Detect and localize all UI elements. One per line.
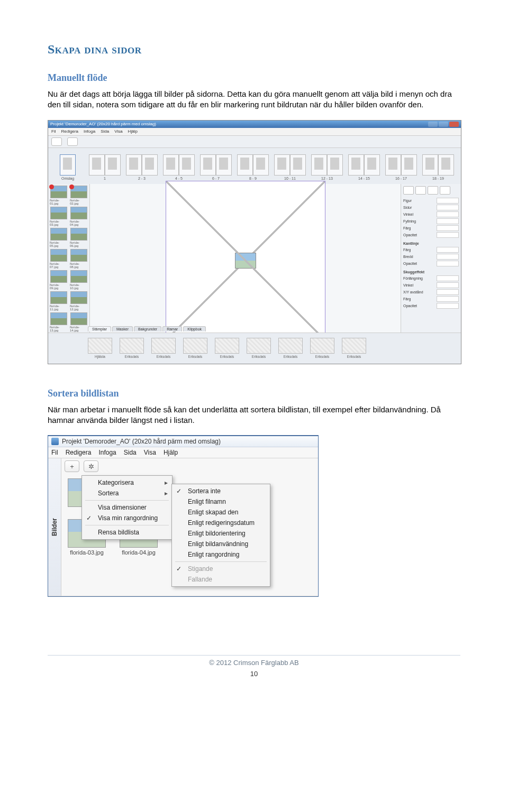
close-icon[interactable] bbox=[449, 122, 459, 127]
image-thumb[interactable]: florida-02.jpg bbox=[70, 186, 88, 205]
panel-tab-icons[interactable] bbox=[403, 186, 459, 195]
menu-rensa-bildlista[interactable]: Rensa bildlista bbox=[82, 527, 172, 538]
menu-visa-rangordning[interactable]: Visa min rangordning bbox=[82, 513, 172, 523]
menu-sida[interactable]: Sida bbox=[101, 129, 109, 134]
image-thumb[interactable]: florida-05.jpg bbox=[50, 228, 68, 247]
property-row[interactable]: Vinkel bbox=[403, 282, 459, 289]
asset-thumb[interactable]: Eriksdals bbox=[120, 338, 144, 358]
asset-thumb[interactable]: Eriksdals bbox=[247, 338, 271, 358]
menu-visa-dimensioner[interactable]: Visa dimensioner bbox=[82, 502, 172, 513]
dragged-thumbnail[interactable] bbox=[235, 253, 256, 269]
property-row[interactable]: Färg bbox=[403, 296, 459, 302]
menu-sida[interactable]: Sida bbox=[124, 449, 137, 456]
image-thumb[interactable]: florida-08.jpg bbox=[70, 249, 88, 269]
panel-tab-2-icon[interactable] bbox=[415, 186, 426, 195]
property-row[interactable]: Färg bbox=[403, 246, 459, 253]
spread-thumb[interactable]: 1 bbox=[88, 154, 121, 180]
bottom-tabstrip[interactable]: StämplarMaskerBakgrunderRamarKlippbok bbox=[88, 326, 206, 331]
property-row[interactable]: Färg bbox=[403, 225, 459, 232]
image-thumb[interactable]: florida-07.jpg bbox=[50, 249, 68, 269]
window-buttons[interactable] bbox=[428, 122, 459, 127]
bottom-tab[interactable]: Bakgrunder bbox=[134, 326, 161, 331]
menu-infoga[interactable]: Infoga bbox=[84, 129, 95, 134]
spread-thumb[interactable]: 12 - 13 bbox=[311, 154, 343, 180]
panel-tab-1-icon[interactable] bbox=[403, 186, 414, 195]
bottom-tab[interactable]: Klippbok bbox=[183, 326, 206, 331]
sort-orientation[interactable]: Enligt bildorientering bbox=[172, 528, 270, 539]
menubar[interactable]: Fil Redigera Infoga Sida Visa Hjälp bbox=[48, 128, 461, 136]
property-row[interactable]: Bredd bbox=[403, 253, 459, 260]
panel-tab-4-icon[interactable] bbox=[440, 186, 450, 195]
menu-fil[interactable]: Fil bbox=[51, 449, 58, 456]
spread-thumb[interactable]: 18 - 19 bbox=[422, 154, 455, 180]
property-row[interactable]: Figur bbox=[403, 197, 459, 204]
menu-redigera[interactable]: Redigera bbox=[66, 449, 92, 456]
spread-thumb[interactable]: 2 - 3 bbox=[125, 154, 158, 180]
image-thumb[interactable]: florida-13.jpg bbox=[50, 312, 68, 332]
image-thumb[interactable]: florida-04.jpg bbox=[70, 207, 88, 226]
asset-thumb[interactable]: Eriksdals bbox=[215, 338, 239, 358]
property-row[interactable]: X/Y avstånd bbox=[403, 289, 459, 296]
sort-none[interactable]: Sortera inte bbox=[172, 486, 270, 496]
asset-thumb[interactable]: Eriksdals bbox=[310, 338, 334, 358]
property-row[interactable]: Opacitet bbox=[403, 302, 459, 309]
sort-usage[interactable]: Enligt bildanvändning bbox=[172, 539, 270, 549]
spread-thumb[interactable]: 4 - 5 bbox=[162, 154, 195, 180]
sort-created[interactable]: Enligt skapad den bbox=[172, 507, 270, 518]
asset-thumb[interactable]: Eriksdals bbox=[183, 338, 207, 358]
minimize-icon[interactable] bbox=[428, 122, 438, 127]
gear-button[interactable] bbox=[67, 137, 78, 146]
spread-thumb[interactable]: 16 - 17 bbox=[385, 154, 418, 180]
asset-thumb[interactable]: Eriksdals bbox=[278, 338, 303, 358]
bottom-tab[interactable]: Stämplar bbox=[88, 326, 111, 331]
add-button[interactable]: + bbox=[65, 460, 79, 472]
image-thumb[interactable]: florida-10.jpg bbox=[70, 270, 88, 290]
sort-ranking[interactable]: Enligt rangordning bbox=[172, 549, 270, 560]
image-thumb[interactable]: florida-14.jpg bbox=[70, 312, 88, 332]
bilder-panel-label[interactable]: Bilder bbox=[48, 458, 61, 596]
maximize-icon[interactable] bbox=[439, 122, 448, 127]
asset-thumb[interactable]: Eriksdals bbox=[151, 338, 176, 358]
menu-kategorisera[interactable]: Kategorisera bbox=[82, 477, 172, 488]
menu-sortera[interactable]: Sortera bbox=[82, 488, 172, 499]
menu-redigera[interactable]: Redigera bbox=[61, 129, 78, 134]
property-row[interactable]: Sidor bbox=[403, 204, 459, 211]
bottom-tab[interactable]: Masker bbox=[112, 326, 133, 331]
gear-button[interactable]: ✲ bbox=[84, 460, 98, 472]
asset-thumb[interactable]: Eriksdals bbox=[342, 338, 366, 358]
menubar[interactable]: Fil Redigera Infoga Sida Visa Hjälp bbox=[48, 447, 318, 458]
sort-filename[interactable]: Enligt filnamn bbox=[172, 496, 270, 507]
menu-visa[interactable]: Visa bbox=[144, 449, 156, 456]
sort-edited[interactable]: Enligt redigeringsdatum bbox=[172, 518, 270, 528]
property-row[interactable]: Opacitet bbox=[403, 232, 459, 238]
image-thumb[interactable]: florida-09.jpg bbox=[50, 270, 68, 290]
property-row[interactable]: Vinkel bbox=[403, 211, 459, 218]
image-thumb[interactable]: florida-06.jpg bbox=[70, 228, 88, 247]
image-thumb[interactable]: florida-01.jpg bbox=[50, 186, 68, 205]
image-thumb[interactable]: florida-12.jpg bbox=[70, 291, 88, 311]
panel-tab-3-icon[interactable] bbox=[428, 186, 438, 195]
image-thumb[interactable]: florida-11.jpg bbox=[50, 291, 68, 311]
spread-thumb[interactable]: Omslag bbox=[51, 154, 84, 180]
spread-thumb[interactable]: 8 - 9 bbox=[237, 154, 269, 180]
menu-infoga[interactable]: Infoga bbox=[98, 449, 116, 456]
bottom-tab[interactable]: Ramar bbox=[162, 326, 182, 331]
spread-thumb[interactable]: 6 - 7 bbox=[199, 154, 232, 180]
image-thumb[interactable]: florida-03.jpg bbox=[50, 207, 68, 226]
menu-hjalp[interactable]: Hjälp bbox=[128, 129, 138, 134]
spread-thumb[interactable]: 14 - 15 bbox=[348, 154, 380, 180]
bottom-assets-row[interactable]: StämplarMaskerBakgrunderRamarKlippbok Hj… bbox=[48, 333, 461, 364]
menu-hjalp[interactable]: Hjälp bbox=[164, 449, 178, 456]
left-thumb-column[interactable]: florida-01.jpgflorida-02.jpgflorida-03.j… bbox=[48, 184, 90, 337]
menu-fil[interactable]: Fil bbox=[51, 129, 56, 134]
sort-submenu[interactable]: Sortera inte Enligt filnamn Enligt skapa… bbox=[171, 484, 270, 587]
page-dropzone[interactable] bbox=[166, 181, 325, 340]
property-row[interactable]: Förlängning bbox=[403, 275, 459, 282]
property-row[interactable]: Opacitet bbox=[403, 260, 459, 267]
property-row[interactable]: Fyllning bbox=[403, 218, 459, 225]
add-button[interactable] bbox=[51, 137, 62, 146]
menu-visa[interactable]: Visa bbox=[114, 129, 122, 134]
asset-thumb[interactable]: Hjälsta bbox=[88, 338, 112, 358]
canvas-area[interactable] bbox=[90, 184, 401, 337]
gear-menu[interactable]: Kategorisera Sortera Visa dimensioner Vi… bbox=[81, 475, 173, 540]
